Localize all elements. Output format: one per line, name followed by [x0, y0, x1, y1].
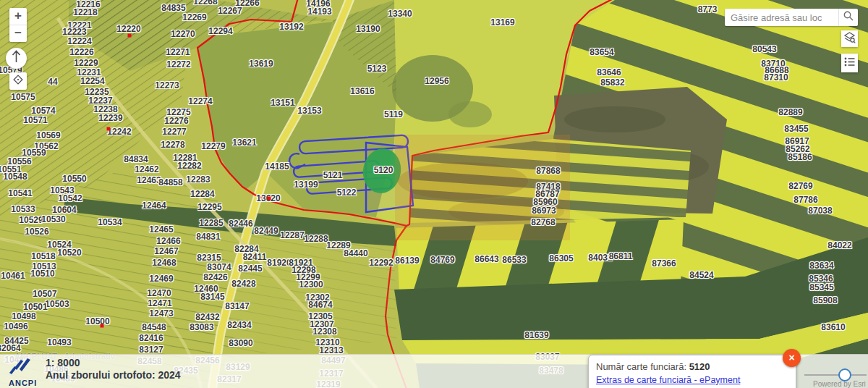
basemap-layers-icon: [843, 31, 856, 46]
north-arrow-icon: [7, 48, 25, 69]
locate-diamond-icon: [11, 72, 25, 90]
search-icon: [843, 10, 854, 25]
ortofoto-year: Anul zborului ortofoto: 2024: [46, 369, 181, 381]
popup-parcel-number: 5120: [689, 361, 710, 372]
basemap-button[interactable]: [841, 30, 858, 47]
transparency-slider-track[interactable]: [804, 374, 867, 376]
parcel-popup: Număr carte funciară: 5120 Extras de car…: [588, 355, 796, 388]
search-input[interactable]: [725, 9, 838, 26]
search-box: [725, 9, 858, 26]
extras-carte-funciara-link[interactable]: Extras de carte funciară - ePayment: [596, 375, 788, 385]
watermark-region: [395, 135, 570, 240]
ancpi-logo-text: ANCPI: [9, 379, 37, 387]
zoom-control-group: + −: [9, 8, 27, 42]
locate-button[interactable]: [9, 72, 27, 90]
compass-button[interactable]: [6, 48, 27, 69]
layer-list-button[interactable]: [841, 54, 858, 72]
map-canvas[interactable]: [0, 0, 868, 388]
layer-list-icon: [843, 56, 856, 71]
map-scale: 1: 8000: [46, 357, 80, 368]
esri-attribution: Powered by Esri: [813, 380, 866, 388]
zoom-out-button[interactable]: −: [9, 25, 27, 42]
zoom-in-button[interactable]: +: [9, 8, 27, 25]
popup-title: Număr carte funciară: 5120: [596, 361, 788, 372]
popup-close-button[interactable]: ×: [783, 349, 801, 367]
popup-label: Număr carte funciară:: [596, 361, 686, 372]
parcel-vertex-marker: [282, 164, 286, 169]
transparency-slider-handle[interactable]: [838, 368, 851, 381]
search-button[interactable]: [838, 9, 858, 26]
